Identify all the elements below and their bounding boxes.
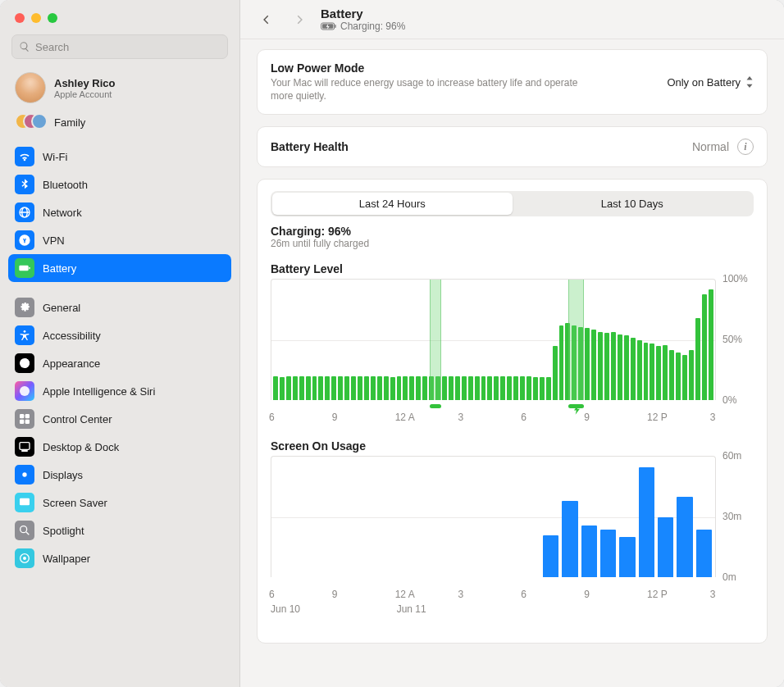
sidebar-item-label: Screen Saver <box>43 497 107 509</box>
battery-level-bar <box>650 344 654 400</box>
battery-level-bar <box>546 377 551 400</box>
sidebar-item-label: Accessibility <box>43 330 101 342</box>
disp-icon <box>15 465 34 485</box>
battery-level-bar <box>403 376 408 400</box>
sidebar-item-vpn[interactable]: VPN <box>8 226 231 254</box>
low-power-mode-card: Low Power Mode Your Mac will reduce ener… <box>257 49 768 115</box>
battery-level-bar <box>318 376 323 400</box>
battery-level-bar <box>306 376 311 400</box>
search-placeholder: Search <box>35 41 69 53</box>
charging-status: Charging: 96% <box>271 225 754 238</box>
ss-icon <box>15 493 34 512</box>
zoom-window-button[interactable] <box>48 13 57 23</box>
battery-level-bar <box>422 376 427 400</box>
sidebar-item-label: Bluetooth <box>43 179 88 191</box>
screen-on-bar <box>696 530 712 578</box>
svg-rect-5 <box>20 414 24 418</box>
xaxis-tick: 3 <box>710 589 716 600</box>
sidebar-item-control-center[interactable]: Control Center <box>8 405 231 433</box>
svg-point-2 <box>24 330 26 333</box>
search-input[interactable]: Search <box>11 34 228 59</box>
sidebar-item-label: Network <box>43 207 82 219</box>
sidebar-item-desktop-dock[interactable]: Desktop & Dock <box>8 433 231 461</box>
battery-level-yaxis: 100% 50% 0% <box>716 279 754 400</box>
bt-icon <box>15 175 34 194</box>
battery-health-status: Normal <box>692 140 729 153</box>
battery-level-bar <box>624 335 629 400</box>
battery-level-bar <box>695 318 700 400</box>
battery-level-bar <box>611 332 616 401</box>
sidebar-item-label: Displays <box>43 469 83 481</box>
svg-rect-8 <box>25 420 30 424</box>
seg-last-10d[interactable]: Last 10 Days <box>513 193 753 215</box>
xaxis-tick: 6 <box>269 589 275 600</box>
low-power-mode-desc: Your Mac will reduce energy usage to inc… <box>271 76 582 102</box>
battery-level-bar <box>526 376 531 400</box>
battery-level-bar <box>494 376 499 400</box>
screen-on-bar <box>658 517 673 578</box>
close-window-button[interactable] <box>15 13 25 23</box>
main-panel: Battery Charging: 96% Low Power Mode You… <box>240 0 784 687</box>
battery-level-bar <box>344 376 349 400</box>
nav-forward-button[interactable] <box>288 8 311 31</box>
battery-level-bar <box>351 376 356 400</box>
user-sub: Apple Account <box>54 89 115 99</box>
battery-level-bar <box>702 294 707 400</box>
nav-back-button[interactable] <box>255 8 278 31</box>
sidebar-item-apple-account[interactable]: Ashley Rico Apple Account <box>0 67 239 108</box>
screen-on-usage-plot <box>271 456 716 577</box>
minimize-window-button[interactable] <box>31 13 41 23</box>
low-power-mode-dropdown[interactable]: Only on Battery <box>667 76 754 89</box>
low-power-mode-title: Low Power Mode <box>271 61 582 75</box>
xaxis-tick: 6 <box>521 589 526 600</box>
battery-level-bar <box>377 376 382 400</box>
sidebar-item-bluetooth[interactable]: Bluetooth <box>8 171 231 198</box>
svg-rect-7 <box>20 420 24 424</box>
xaxis-tick: 12 P <box>647 412 668 423</box>
sidebar-item-family[interactable]: Family <box>0 108 239 143</box>
svg-rect-17 <box>335 25 335 28</box>
screen-on-bar <box>677 497 692 577</box>
page-subtitle: Charging: 96% <box>321 20 405 32</box>
sidebar-item-spotlight[interactable]: Spotlight <box>8 516 231 544</box>
battery-health-info-button[interactable]: i <box>737 139 754 155</box>
low-power-mode-value: Only on Battery <box>667 76 741 89</box>
battery-level-bar <box>663 345 668 401</box>
sidebar-item-wallpaper[interactable]: Wallpaper <box>8 544 231 572</box>
seg-last-24h[interactable]: Last 24 Hours <box>272 193 513 215</box>
xaxis-tick: 3 <box>458 412 463 423</box>
sidebar-item-accessibility[interactable]: Accessibility <box>8 321 231 349</box>
sidebar-item-screen-saver[interactable]: Screen Saver <box>8 489 231 516</box>
svg-point-13 <box>21 526 27 533</box>
sidebar-item-label: Spotlight <box>43 525 84 537</box>
battery-level-bar <box>481 376 486 400</box>
screen-on-bar <box>543 535 558 577</box>
battery-level-bar <box>280 377 285 400</box>
screen-on-bar <box>600 530 616 578</box>
xaxis-tick: 12 A <box>395 412 415 423</box>
sidebar-item-wi-fi[interactable]: Wi-Fi <box>8 143 231 171</box>
xaxis-tick: 6 <box>269 412 275 423</box>
sidebar-item-battery[interactable]: Battery <box>8 254 231 282</box>
battery-level-bar <box>585 328 590 400</box>
battery-charging-icon <box>321 21 337 31</box>
sidebar-item-general[interactable]: General <box>8 293 231 321</box>
wall-icon <box>15 548 34 568</box>
sidebar-item-apple-intelligence-siri[interactable]: Apple Intelligence & Siri <box>8 377 231 405</box>
screen-on-bar <box>581 525 597 578</box>
xaxis-tick: 12 A <box>395 589 415 600</box>
screen-on-usage-chart: Screen On Usage 60m 30m 0m 6912 A36912 P… <box>271 439 754 616</box>
xaxis-tick: 9 <box>332 589 338 600</box>
sidebar-item-displays[interactable]: Displays <box>8 461 231 489</box>
battery-level-bar <box>462 376 467 400</box>
user-avatar <box>15 72 46 103</box>
battery-level-bar <box>500 376 505 400</box>
wifi-icon <box>15 147 34 166</box>
charging-band <box>430 280 441 400</box>
sidebar-item-network[interactable]: Network <box>8 198 231 226</box>
svg-rect-0 <box>19 266 28 271</box>
sidebar-item-appearance[interactable]: Appearance <box>8 349 231 377</box>
battery-level-bar <box>540 377 545 400</box>
battery-level-bar <box>656 346 661 400</box>
charging-eta: 26m until fully charged <box>271 238 754 249</box>
